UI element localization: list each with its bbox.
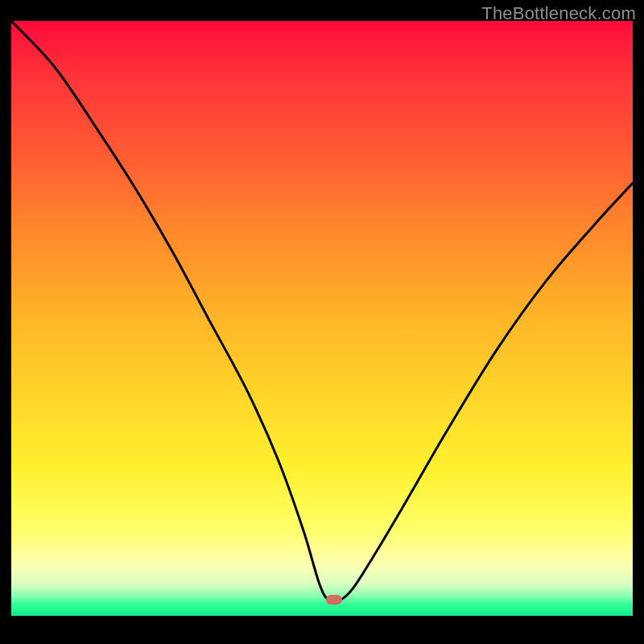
chart-baseline [11,616,633,618]
bottleneck-curve [11,21,633,617]
optimal-point-marker [326,595,342,605]
chart-frame [11,21,633,633]
